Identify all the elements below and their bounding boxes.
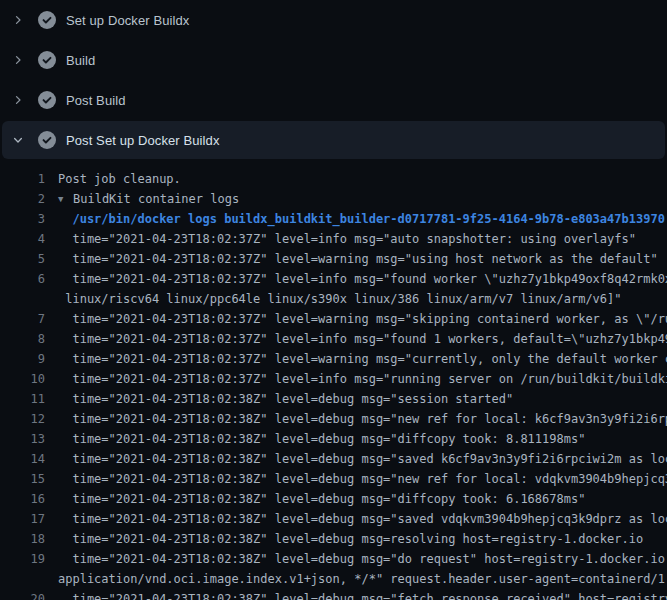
log-area: 1Post job cleanup.2▼BuildKit container l… bbox=[0, 160, 667, 600]
log-text: linux/riscv64 linux/ppc64le linux/s390x … bbox=[58, 289, 622, 309]
log-text: time="2021-04-23T18:02:38Z" level=debug … bbox=[58, 409, 667, 429]
log-line: 7 time="2021-04-23T18:02:37Z" level=warn… bbox=[0, 309, 667, 329]
log-text: time="2021-04-23T18:02:37Z" level=warnin… bbox=[58, 309, 667, 329]
line-number[interactable]: 17 bbox=[0, 509, 45, 529]
log-text: application/vnd.oci.image.index.v1+json,… bbox=[58, 569, 667, 589]
line-number[interactable]: 9 bbox=[0, 349, 45, 369]
log-text: time="2021-04-23T18:02:38Z" level=debug … bbox=[58, 529, 643, 549]
chevron-right-icon bbox=[11, 93, 25, 107]
log-line: 18 time="2021-04-23T18:02:38Z" level=deb… bbox=[0, 529, 667, 549]
log-line: 19 time="2021-04-23T18:02:38Z" level=deb… bbox=[0, 549, 667, 569]
line-number[interactable]: 18 bbox=[0, 529, 45, 549]
log-text: time="2021-04-23T18:02:38Z" level=debug … bbox=[58, 389, 513, 409]
log-line: 4 time="2021-04-23T18:02:37Z" level=info… bbox=[0, 229, 667, 249]
log-text: time="2021-04-23T18:02:38Z" level=debug … bbox=[58, 509, 667, 529]
line-number[interactable]: 7 bbox=[0, 309, 45, 329]
log-line: 8 time="2021-04-23T18:02:37Z" level=info… bbox=[0, 329, 667, 349]
line-number[interactable]: 5 bbox=[0, 249, 45, 269]
line-number[interactable]: 8 bbox=[0, 329, 45, 349]
line-number[interactable]: 3 bbox=[0, 209, 45, 229]
step-row-build[interactable]: Build bbox=[0, 40, 667, 80]
check-circle-icon bbox=[38, 11, 56, 29]
line-number[interactable]: 2 bbox=[0, 189, 45, 209]
log-line: 13 time="2021-04-23T18:02:38Z" level=deb… bbox=[0, 429, 667, 449]
chevron-right-icon bbox=[11, 53, 25, 67]
log-line: 12 time="2021-04-23T18:02:38Z" level=deb… bbox=[0, 409, 667, 429]
step-label: Post Set up Docker Buildx bbox=[66, 133, 220, 148]
line-number[interactable]: 13 bbox=[0, 429, 45, 449]
log-line: 2▼BuildKit container logs bbox=[0, 189, 667, 209]
log-group-toggle-icon[interactable]: ▼ bbox=[58, 189, 73, 209]
step-row-post-set-up-docker-buildx[interactable]: Post Set up Docker Buildx bbox=[2, 121, 665, 159]
log-text: time="2021-04-23T18:02:38Z" level=debug … bbox=[58, 449, 667, 469]
step-row-post-build[interactable]: Post Build bbox=[0, 80, 667, 120]
log-text: time="2021-04-23T18:02:37Z" level=warnin… bbox=[58, 349, 667, 369]
log-line: 14 time="2021-04-23T18:02:38Z" level=deb… bbox=[0, 449, 667, 469]
line-number[interactable]: 12 bbox=[0, 409, 45, 429]
log-text: time="2021-04-23T18:02:37Z" level=info m… bbox=[58, 369, 667, 389]
line-number[interactable]: 10 bbox=[0, 369, 45, 389]
line-number[interactable]: 20 bbox=[0, 589, 45, 600]
line-number[interactable]: 4 bbox=[0, 229, 45, 249]
log-text: time="2021-04-23T18:02:38Z" level=debug … bbox=[58, 549, 667, 569]
log-line: 17 time="2021-04-23T18:02:38Z" level=deb… bbox=[0, 509, 667, 529]
log-text: time="2021-04-23T18:02:38Z" level=debug … bbox=[58, 469, 667, 489]
log-line: 9 time="2021-04-23T18:02:37Z" level=warn… bbox=[0, 349, 667, 369]
step-label: Set up Docker Buildx bbox=[66, 13, 189, 28]
log-line: 16 time="2021-04-23T18:02:38Z" level=deb… bbox=[0, 489, 667, 509]
log-line: 6 time="2021-04-23T18:02:37Z" level=info… bbox=[0, 269, 667, 289]
actions-log-viewer: Set up Docker BuildxBuildPost BuildPost … bbox=[0, 0, 667, 600]
log-command-text: /usr/bin/docker logs buildx_buildkit_bui… bbox=[58, 209, 665, 229]
line-number[interactable]: 1 bbox=[0, 169, 45, 189]
log-line-continuation: linux/riscv64 linux/ppc64le linux/s390x … bbox=[0, 289, 667, 309]
step-row-set-up-docker-buildx[interactable]: Set up Docker Buildx bbox=[0, 0, 667, 40]
line-number[interactable]: 14 bbox=[0, 449, 45, 469]
log-text: time="2021-04-23T18:02:37Z" level=info m… bbox=[58, 229, 636, 249]
log-line: 15 time="2021-04-23T18:02:38Z" level=deb… bbox=[0, 469, 667, 489]
check-circle-icon bbox=[38, 91, 56, 109]
log-line: 11 time="2021-04-23T18:02:38Z" level=deb… bbox=[0, 389, 667, 409]
chevron-right-icon bbox=[11, 13, 25, 27]
log-line: 3 /usr/bin/docker logs buildx_buildkit_b… bbox=[0, 209, 667, 229]
log-text: time="2021-04-23T18:02:38Z" level=debug … bbox=[58, 489, 585, 509]
log-line: 10 time="2021-04-23T18:02:37Z" level=inf… bbox=[0, 369, 667, 389]
log-text: time="2021-04-23T18:02:37Z" level=warnin… bbox=[58, 249, 658, 269]
log-line-continuation: application/vnd.oci.image.index.v1+json,… bbox=[0, 569, 667, 589]
check-circle-icon bbox=[38, 131, 56, 149]
steps-list: Set up Docker BuildxBuildPost BuildPost … bbox=[0, 0, 667, 159]
line-number[interactable]: 19 bbox=[0, 549, 45, 569]
log-line: 20 time="2021-04-23T18:02:38Z" level=deb… bbox=[0, 589, 667, 600]
step-label: Build bbox=[66, 53, 95, 68]
step-label: Post Build bbox=[66, 93, 126, 108]
log-text: time="2021-04-23T18:02:38Z" level=debug … bbox=[58, 589, 667, 600]
log-text: time="2021-04-23T18:02:38Z" level=debug … bbox=[58, 429, 585, 449]
log-text: Post job cleanup. bbox=[58, 169, 181, 189]
log-text: time="2021-04-23T18:02:37Z" level=info m… bbox=[58, 329, 667, 349]
line-number bbox=[0, 569, 45, 589]
log-line: 1Post job cleanup. bbox=[0, 169, 667, 189]
log-text: BuildKit container logs bbox=[73, 189, 239, 209]
line-number[interactable]: 6 bbox=[0, 269, 45, 289]
line-number[interactable]: 16 bbox=[0, 489, 45, 509]
chevron-down-icon bbox=[11, 133, 25, 147]
line-number bbox=[0, 289, 45, 309]
line-number[interactable]: 11 bbox=[0, 389, 45, 409]
log-text: time="2021-04-23T18:02:37Z" level=info m… bbox=[58, 269, 667, 289]
line-number[interactable]: 15 bbox=[0, 469, 45, 489]
log-line: 5 time="2021-04-23T18:02:37Z" level=warn… bbox=[0, 249, 667, 269]
check-circle-icon bbox=[38, 51, 56, 69]
